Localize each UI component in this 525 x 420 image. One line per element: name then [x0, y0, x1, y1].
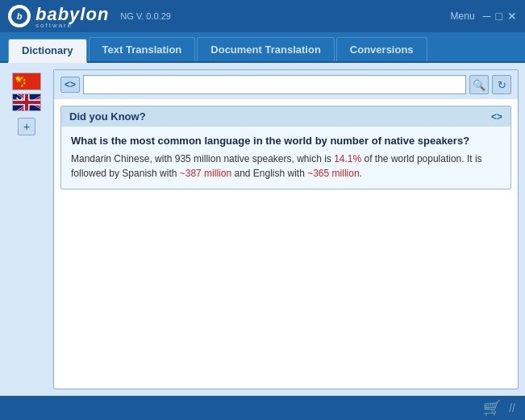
app-name: babylon — [35, 4, 109, 24]
add-language-button[interactable]: + — [18, 118, 35, 135]
dyk-answer-part4: . — [360, 168, 362, 179]
tab-bar: Dictionary Text Translation Document Tra… — [0, 32, 525, 63]
did-you-know-body: What is the most common language in the … — [61, 127, 510, 189]
title-bar-right: Menu ─ □ ✕ — [451, 10, 517, 22]
refresh-button[interactable]: ↻ — [492, 75, 511, 94]
dyk-question: What is the most common language in the … — [71, 135, 501, 147]
flag-china[interactable]: ★ ★ ★ ★ ★ — [12, 73, 41, 90]
title-bar-left: b babylon software NG V. 0.0.29 — [8, 4, 171, 29]
did-you-know-nav[interactable]: <> — [491, 111, 502, 123]
maximize-button[interactable]: □ — [496, 10, 502, 22]
title-bar: b babylon software NG V. 0.0.29 Menu ─ □… — [0, 0, 525, 32]
dyk-highlight1: 14.1% — [334, 153, 361, 164]
close-button[interactable]: ✕ — [507, 10, 517, 22]
did-you-know-header: Did you Know? <> — [61, 106, 510, 127]
tab-conversions[interactable]: Conversions — [336, 37, 427, 61]
tab-text-translation[interactable]: Text Translation — [89, 37, 196, 61]
refresh-icon: ↻ — [498, 79, 506, 91]
cart-icon[interactable]: 🛒 — [483, 399, 501, 417]
logo-icon: b — [8, 5, 31, 27]
did-you-know-box: Did you Know? <> What is the most common… — [60, 106, 511, 189]
babylon-logo: b babylon software — [8, 4, 109, 29]
search-bar: <> 🔍 ↻ — [54, 70, 518, 99]
content-panel: <> 🔍 ↻ Did you Know? <> What is the most… — [53, 69, 519, 389]
did-you-know-title: Did you Know? — [69, 110, 146, 123]
app-name-group: babylon software — [35, 4, 109, 29]
minimize-button[interactable]: ─ — [483, 10, 491, 22]
search-icon: 🔍 — [473, 79, 485, 91]
menu-button[interactable]: Menu — [451, 10, 475, 22]
flag-uk[interactable] — [12, 94, 41, 111]
bottom-bar: 🛒 // — [0, 396, 525, 420]
dyk-answer: Mandarin Chinese, with 935 million nativ… — [71, 152, 501, 181]
tab-document-translation[interactable]: Document Translation — [197, 37, 335, 61]
svg-text:b: b — [17, 11, 23, 21]
tab-dictionary[interactable]: Dictionary — [8, 39, 87, 63]
search-input[interactable] — [83, 75, 466, 94]
dyk-highlight2: ~387 million — [180, 168, 231, 179]
left-sidebar: ★ ★ ★ ★ ★ + — [6, 69, 47, 389]
main-content: ★ ★ ★ ★ ★ + <> — [0, 63, 525, 396]
dyk-highlight3: ~365 million — [307, 168, 359, 179]
dyk-answer-part3: and English with — [231, 168, 307, 179]
search-button[interactable]: 🔍 — [469, 75, 489, 94]
search-nav-button[interactable]: <> — [60, 77, 80, 93]
dyk-answer-part1: Mandarin Chinese, with 935 million nativ… — [71, 153, 334, 164]
version-label: NG V. 0.0.29 — [120, 11, 171, 21]
window-controls: ─ □ ✕ — [483, 10, 517, 22]
slash-icon: // — [509, 401, 515, 414]
